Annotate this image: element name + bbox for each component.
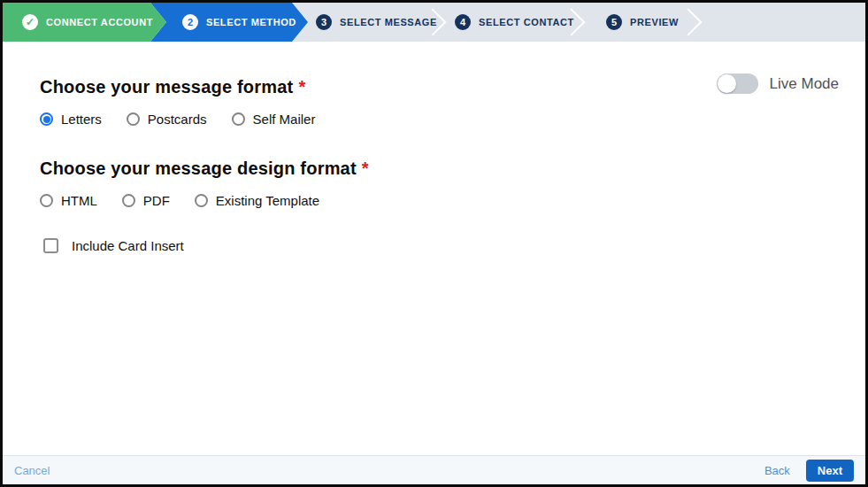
step-number-icon: 5 [606, 14, 622, 30]
radio-label: Postcards [148, 112, 207, 127]
wizard-window: ✓ CONNECT ACCOUNT 2 SELECT METHOD 3 SELE… [0, 0, 868, 487]
radio-unselected-icon[interactable] [122, 194, 135, 207]
radio-unselected-icon[interactable] [232, 112, 245, 126]
title-text: Choose your message design format [40, 158, 357, 178]
toggle-knob-icon [718, 74, 736, 93]
design-format-title: Choose your message design format* [40, 158, 839, 179]
footer-actions: Back Next [764, 460, 854, 482]
step-select-contact[interactable]: 4 SELECT CONTACT [445, 3, 584, 42]
required-asterisk: * [298, 77, 305, 97]
radio-html[interactable]: HTML [40, 193, 97, 208]
step-number-icon: 3 [316, 14, 332, 30]
radio-pdf[interactable]: PDF [122, 193, 170, 208]
message-format-options: Letters Postcards Self Mailer [40, 112, 839, 127]
design-format-options: HTML PDF Existing Template [40, 193, 839, 208]
live-mode-toggle[interactable] [717, 73, 758, 94]
chevron-right-icon [557, 8, 585, 35]
radio-letters[interactable]: Letters [40, 112, 102, 127]
radio-label: Letters [61, 112, 102, 127]
cancel-link[interactable]: Cancel [14, 464, 50, 477]
radio-unselected-icon[interactable] [127, 112, 140, 126]
step-label: CONNECT ACCOUNT [46, 17, 153, 27]
radio-existing-template[interactable]: Existing Template [195, 193, 319, 208]
step-preview[interactable]: 5 PREVIEW [584, 3, 701, 42]
checkbox-unchecked-icon[interactable] [43, 238, 58, 253]
radio-self-mailer[interactable]: Self Mailer [232, 112, 316, 127]
step-label: SELECT METHOD [206, 17, 296, 27]
radio-postcards[interactable]: Postcards [127, 112, 207, 127]
radio-selected-icon[interactable] [40, 112, 53, 126]
title-text: Choose your message format [40, 77, 293, 97]
stepper-filler [701, 3, 865, 42]
wizard-body: Live Mode Choose your message format* Le… [3, 42, 865, 455]
chevron-right-icon [674, 8, 702, 35]
back-link[interactable]: Back [764, 464, 790, 477]
next-button[interactable]: Next [806, 460, 854, 482]
step-number-icon: 4 [455, 14, 471, 30]
wizard-footer: Cancel Back Next [3, 455, 865, 484]
radio-unselected-icon[interactable] [195, 194, 208, 207]
step-select-method[interactable]: 2 SELECT METHOD [150, 3, 308, 42]
live-mode-control: Live Mode [717, 73, 839, 94]
step-connect-account[interactable]: ✓ CONNECT ACCOUNT [3, 3, 166, 42]
radio-label: HTML [61, 193, 97, 208]
radio-unselected-icon[interactable] [40, 194, 53, 207]
checkbox-label: Include Card Insert [72, 238, 184, 253]
live-mode-label: Live Mode [770, 75, 839, 93]
step-complete-check-icon: ✓ [22, 14, 38, 30]
required-asterisk: * [362, 158, 369, 178]
chevron-right-icon [419, 8, 446, 35]
step-label: PREVIEW [630, 17, 679, 27]
include-card-insert-option[interactable]: Include Card Insert [43, 238, 839, 253]
radio-label: Self Mailer [253, 112, 316, 127]
radio-label: Existing Template [216, 193, 319, 208]
stepper: ✓ CONNECT ACCOUNT 2 SELECT METHOD 3 SELE… [3, 3, 865, 42]
step-select-message[interactable]: 3 SELECT MESSAGE [308, 3, 445, 42]
radio-label: PDF [143, 193, 170, 208]
step-number-icon: 2 [182, 14, 198, 30]
